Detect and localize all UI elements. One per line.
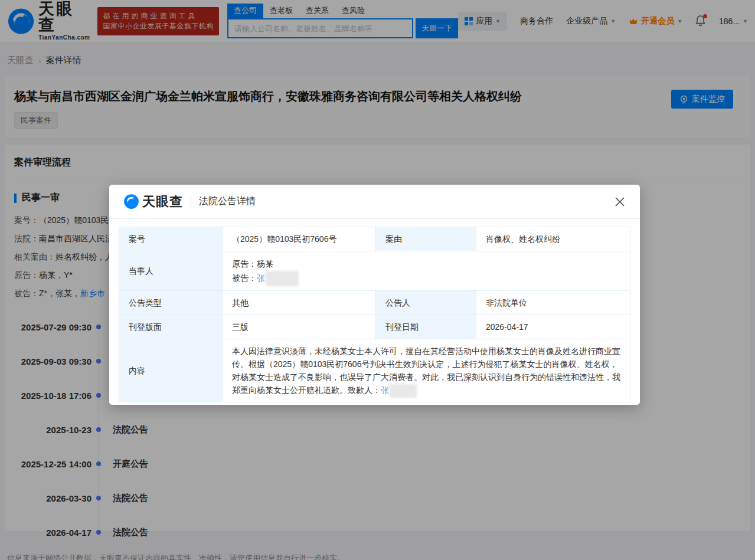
redacted-name-blur <box>267 273 297 284</box>
publish-page-value: 三版 <box>223 315 376 339</box>
redacted-name-blur <box>391 386 415 396</box>
defendant-person-link[interactable]: 张 <box>257 273 265 283</box>
table-row: 刊登版面 三版 刊登日期 2026-04-17 <box>119 315 630 339</box>
plaintiff-line: 原告：杨某 <box>232 257 620 271</box>
table-row: 当事人 原告：杨某 被告：张 <box>119 251 630 291</box>
content-label: 内容 <box>119 339 223 402</box>
announcement-detail-table: 案号 （2025）赣0103民初7606号 案由 肖像权、姓名权纠纷 当事人 原… <box>119 227 630 402</box>
party-label: 当事人 <box>119 251 223 291</box>
close-icon[interactable] <box>614 196 626 208</box>
court-announcement-modal: 天眼查 法院公告详情 案号 （2025）赣0103民初7606号 案由 肖像权、… <box>109 185 640 405</box>
modal-brand-name: 天眼查 <box>142 193 183 211</box>
publish-date-label: 刊登日期 <box>376 315 476 339</box>
cause-value: 肖像权、姓名权纠纷 <box>476 227 630 251</box>
modal-body: 案号 （2025）赣0103民初7606号 案由 肖像权、姓名权纠纷 当事人 原… <box>109 219 640 412</box>
table-row: 案号 （2025）赣0103民初7606号 案由 肖像权、姓名权纠纷 <box>119 227 630 251</box>
announcer-label: 公告人 <box>376 291 476 315</box>
publish-page-label: 刊登版面 <box>119 315 223 339</box>
divider <box>191 196 191 208</box>
table-row: 公告类型 其他 公告人 非法院单位 <box>119 291 630 315</box>
announcer-value: 非法院单位 <box>476 291 630 315</box>
defendant-line: 被告：张 <box>232 271 620 285</box>
announcement-type-label: 公告类型 <box>119 291 223 315</box>
modal-title: 法院公告详情 <box>199 195 256 208</box>
content-value: 本人因法律意识淡薄，未经杨某女士本人许可，擅自在其经营活动中使用杨某女士的肖像及… <box>223 339 630 402</box>
case-no-value: （2025）赣0103民初7606号 <box>223 227 376 251</box>
party-value: 原告：杨某 被告：张 <box>223 251 630 291</box>
modal-header: 天眼查 法院公告详情 <box>109 185 640 219</box>
announcement-type-value: 其他 <box>223 291 376 315</box>
tianyancha-logo-icon <box>123 194 139 209</box>
case-no-label: 案号 <box>119 227 223 251</box>
cause-label: 案由 <box>376 227 476 251</box>
apologizer-person-link[interactable]: 张 <box>381 385 389 395</box>
publish-date-value: 2026-04-17 <box>476 315 630 339</box>
table-row: 内容 本人因法律意识淡薄，未经杨某女士本人许可，擅自在其经营活动中使用杨某女士的… <box>119 339 630 402</box>
